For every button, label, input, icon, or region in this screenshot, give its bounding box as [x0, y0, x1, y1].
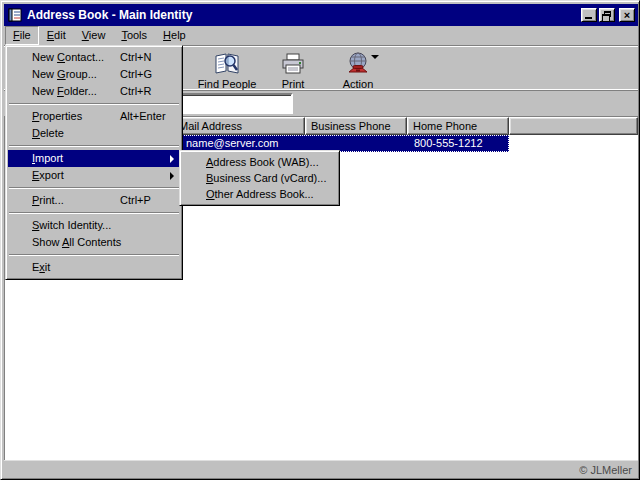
cell-home-phone: 800-555-1212: [407, 136, 509, 151]
menu-item-properties[interactable]: PropertiesAlt+Enter: [8, 108, 180, 125]
close-icon: ×: [624, 10, 630, 20]
submenu-arrow-icon: [170, 155, 174, 163]
column-header-business-phone[interactable]: Business Phone: [305, 117, 407, 135]
print-icon: [280, 51, 306, 77]
menu-item-print[interactable]: Print...Ctrl+P: [8, 192, 180, 209]
menubar-item-file[interactable]: File: [5, 26, 39, 45]
menu-item-export[interactable]: Export: [8, 167, 180, 184]
address-book-app-icon: [7, 7, 23, 23]
submenu-arrow-icon: [170, 172, 174, 180]
print-button[interactable]: Print: [270, 48, 316, 93]
cell-business-phone: [305, 136, 407, 151]
menu-item-address-book-wab[interactable]: Address Book (WAB)...: [182, 154, 337, 170]
menu-item-switch-identity[interactable]: Switch Identity...: [8, 217, 180, 234]
window-title: Address Book - Main Identity: [27, 8, 579, 22]
menu-item-import[interactable]: Import: [8, 150, 180, 167]
toolbar-button-label: Find People: [198, 78, 257, 90]
restore-icon: [604, 11, 611, 17]
restore-button[interactable]: [599, 8, 615, 22]
menu-item-business-card-vcard[interactable]: Business Card (vCard)...: [182, 170, 337, 186]
menu-separator: [9, 212, 179, 214]
menu-separator: [9, 187, 179, 189]
close-button[interactable]: ×: [619, 8, 635, 22]
menubar-item-edit[interactable]: Edit: [39, 26, 74, 45]
column-header-empty[interactable]: [509, 117, 638, 135]
minimize-button[interactable]: [581, 8, 597, 22]
menu-shortcut: Alt+Enter: [120, 108, 166, 125]
menubar-item-tools[interactable]: Tools: [113, 26, 155, 45]
status-bar: © JLMeller: [4, 460, 638, 478]
find-people-button[interactable]: Find People: [190, 48, 264, 93]
menu-shortcut: Ctrl+P: [120, 192, 151, 209]
menu-shortcut: Ctrl+N: [120, 49, 151, 66]
menu-item-other-address-book[interactable]: Other Address Book...: [182, 186, 337, 202]
column-header-home-phone[interactable]: Home Phone: [407, 117, 509, 135]
import-submenu: Address Book (WAB)...Business Card (vCar…: [179, 150, 340, 206]
find-people-icon: [214, 51, 240, 77]
menu-item-delete[interactable]: Delete: [8, 125, 180, 142]
minimize-icon: [585, 17, 592, 19]
menu-separator: [9, 103, 179, 105]
menu-item-exit[interactable]: Exit: [8, 259, 180, 276]
menu-item-new-group[interactable]: New Group...Ctrl+G: [8, 66, 180, 83]
title-bar: Address Book - Main Identity ×: [4, 4, 638, 26]
action-icon: [345, 51, 371, 77]
address-book-window: Address Book - Main Identity × FileEditV…: [0, 0, 640, 480]
menu-shortcut: Ctrl+G: [120, 66, 152, 83]
menu-item-new-folder[interactable]: New Folder...Ctrl+R: [8, 83, 180, 100]
menubar-item-help[interactable]: Help: [155, 26, 194, 45]
action-button[interactable]: Action: [330, 48, 386, 93]
watermark-text: © JLMeller: [579, 464, 632, 476]
dropdown-arrow-icon: [371, 55, 379, 59]
menu-shortcut: Ctrl+R: [120, 83, 151, 100]
menubar-item-view[interactable]: View: [74, 26, 114, 45]
toolbar-button-label: Action: [343, 78, 374, 90]
menu-separator: [9, 145, 179, 147]
toolbar-button-label: Print: [282, 78, 305, 90]
column-header-email[interactable]: E-Mail Address: [162, 117, 305, 135]
menu-bar: FileEditViewToolsHelp: [4, 26, 638, 45]
cell-email: name@server.com: [162, 136, 305, 151]
menu-item-new-contact[interactable]: New Contact...Ctrl+N: [8, 49, 180, 66]
menu-separator: [9, 254, 179, 256]
menu-item-show-all-contents[interactable]: Show All Contents: [8, 234, 180, 251]
file-menu: New Contact...Ctrl+NNew Group...Ctrl+GNe…: [5, 45, 183, 280]
